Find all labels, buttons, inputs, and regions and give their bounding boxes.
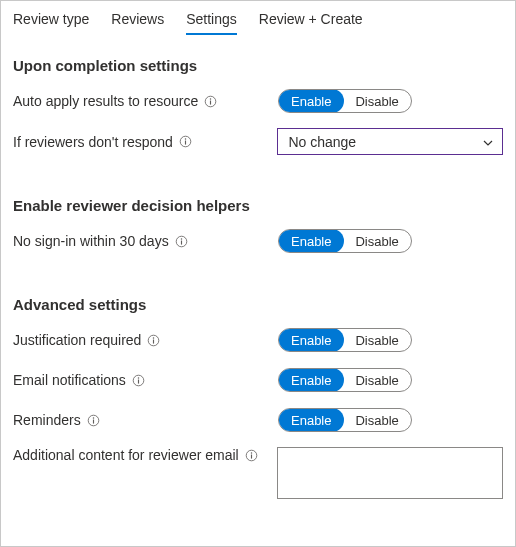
toggle-no-signin-enable[interactable]: Enable — [278, 229, 344, 253]
section-title-helpers: Enable reviewer decision helpers — [13, 197, 503, 214]
toggle-reminders-enable[interactable]: Enable — [278, 408, 344, 432]
label-justification: Justification required — [13, 332, 278, 348]
label-reminders: Reminders — [13, 412, 278, 428]
label-no-signin-text: No sign-in within 30 days — [13, 233, 169, 249]
row-additional-content: Additional content for reviewer email — [13, 447, 503, 499]
svg-point-10 — [153, 337, 154, 338]
label-no-respond-text: If reviewers don't respond — [13, 134, 173, 150]
toggle-justification-disable[interactable]: Disable — [343, 329, 410, 351]
info-icon[interactable] — [204, 95, 217, 108]
info-icon[interactable] — [147, 334, 160, 347]
toggle-auto-apply-enable[interactable]: Enable — [278, 89, 344, 113]
label-additional-content-text: Additional content for reviewer email — [13, 447, 239, 463]
toggle-auto-apply-disable[interactable]: Disable — [343, 90, 410, 112]
toggle-email-enable[interactable]: Enable — [278, 368, 344, 392]
toggle-auto-apply[interactable]: Enable Disable — [278, 89, 412, 113]
svg-point-13 — [138, 377, 139, 378]
section-title-completion: Upon completion settings — [13, 57, 503, 74]
label-justification-text: Justification required — [13, 332, 141, 348]
svg-rect-5 — [185, 141, 186, 145]
svg-point-7 — [180, 238, 181, 239]
toggle-reminders[interactable]: Enable Disable — [278, 408, 412, 432]
tab-review-type[interactable]: Review type — [13, 7, 89, 35]
info-icon[interactable] — [87, 414, 100, 427]
svg-point-19 — [250, 452, 251, 453]
label-reminders-text: Reminders — [13, 412, 81, 428]
row-justification: Justification required Enable Disable — [13, 327, 503, 353]
label-email: Email notifications — [13, 372, 278, 388]
select-no-respond[interactable]: No change — [277, 128, 503, 155]
toggle-reminders-disable[interactable]: Disable — [343, 409, 410, 431]
svg-point-1 — [210, 98, 211, 99]
chevron-down-icon — [482, 136, 494, 148]
tab-settings[interactable]: Settings — [186, 7, 237, 35]
svg-point-16 — [92, 417, 93, 418]
content-area: Upon completion settings Auto apply resu… — [1, 35, 515, 525]
row-no-signin: No sign-in within 30 days Enable Disable — [13, 228, 503, 254]
info-icon[interactable] — [245, 449, 258, 462]
tab-reviews[interactable]: Reviews — [111, 7, 164, 35]
tab-review-create[interactable]: Review + Create — [259, 7, 363, 35]
svg-rect-8 — [181, 240, 182, 244]
toggle-email-disable[interactable]: Disable — [343, 369, 410, 391]
svg-rect-20 — [251, 454, 252, 458]
row-auto-apply: Auto apply results to resource Enable Di… — [13, 88, 503, 114]
label-auto-apply-text: Auto apply results to resource — [13, 93, 198, 109]
row-reminders: Reminders Enable Disable — [13, 407, 503, 433]
svg-rect-17 — [93, 419, 94, 423]
info-icon[interactable] — [175, 235, 188, 248]
toggle-no-signin[interactable]: Enable Disable — [278, 229, 412, 253]
row-email: Email notifications Enable Disable — [13, 367, 503, 393]
label-no-respond: If reviewers don't respond — [13, 134, 277, 150]
label-no-signin: No sign-in within 30 days — [13, 233, 278, 249]
svg-rect-11 — [153, 339, 154, 343]
toggle-justification[interactable]: Enable Disable — [278, 328, 412, 352]
svg-rect-2 — [210, 100, 211, 104]
svg-point-4 — [185, 138, 186, 139]
info-icon[interactable] — [179, 135, 192, 148]
toggle-justification-enable[interactable]: Enable — [278, 328, 344, 352]
label-email-text: Email notifications — [13, 372, 126, 388]
section-title-advanced: Advanced settings — [13, 296, 503, 313]
toggle-email[interactable]: Enable Disable — [278, 368, 412, 392]
toggle-no-signin-disable[interactable]: Disable — [343, 230, 410, 252]
info-icon[interactable] — [132, 374, 145, 387]
settings-panel: Review type Reviews Settings Review + Cr… — [0, 0, 516, 547]
tab-bar: Review type Reviews Settings Review + Cr… — [1, 1, 515, 35]
svg-rect-14 — [138, 379, 139, 383]
textarea-additional-content[interactable] — [277, 447, 503, 499]
row-no-respond: If reviewers don't respond No change — [13, 128, 503, 155]
label-auto-apply: Auto apply results to resource — [13, 93, 278, 109]
label-additional-content: Additional content for reviewer email — [13, 447, 277, 463]
select-no-respond-value: No change — [288, 134, 356, 150]
